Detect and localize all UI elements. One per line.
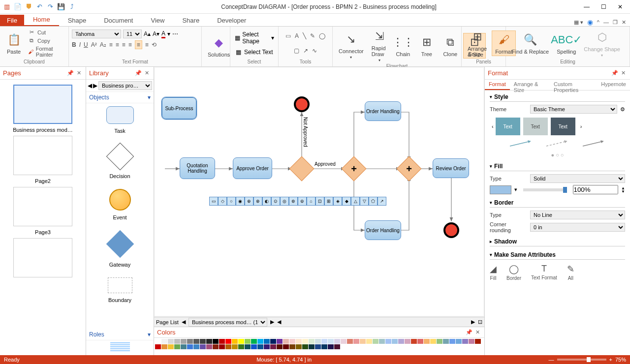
color-swatch[interactable] <box>251 339 257 344</box>
color-swatch[interactable] <box>360 339 366 344</box>
color-swatch[interactable] <box>341 339 346 344</box>
gear-icon[interactable]: ⚙ <box>620 106 625 113</box>
align-middle-button[interactable]: ≡ <box>135 40 142 49</box>
color-swatch[interactable] <box>347 339 353 344</box>
paste-button[interactable]: 📋Paste <box>3 31 25 56</box>
fit-icon[interactable]: ⊡ <box>478 319 482 325</box>
color-swatch[interactable] <box>302 339 308 344</box>
tool-rrect-icon[interactable]: ▢ <box>294 47 299 54</box>
change-shape-button[interactable]: ⬡Change Shape▾ <box>581 29 623 59</box>
page-prev-icon[interactable]: ◀ <box>182 319 186 325</box>
color-swatch[interactable] <box>283 339 289 344</box>
color-swatch[interactable] <box>251 344 257 349</box>
spelling-button[interactable]: ABC✓Spelling <box>554 31 579 56</box>
zoom-in-icon[interactable]: + <box>609 357 612 363</box>
color-swatch[interactable] <box>174 344 180 349</box>
fill-color-swatch[interactable] <box>490 185 511 194</box>
scroll-right-icon[interactable]: ▶ <box>471 319 475 325</box>
grow-font-icon[interactable]: A▴ <box>144 30 151 37</box>
color-swatch[interactable] <box>174 339 180 344</box>
pin-icon[interactable]: 📌 <box>65 70 75 76</box>
color-swatch[interactable] <box>213 339 219 344</box>
redo-icon[interactable]: ↷ <box>46 3 54 11</box>
color-swatch[interactable] <box>283 344 289 349</box>
arrange-size-button[interactable]: ⊞Arrange & Size <box>465 28 490 59</box>
color-swatch[interactable] <box>289 344 295 349</box>
same-text-button[interactable]: TText Format <box>531 264 557 281</box>
color-swatch[interactable] <box>315 339 321 344</box>
format-painter-button[interactable]: 🖌Format Painter <box>27 45 65 58</box>
fmt-tab-hypernote[interactable]: Hypernote <box>597 80 630 90</box>
color-swatch[interactable] <box>187 339 193 344</box>
node-order-handling-1[interactable]: Order Handling <box>365 101 401 121</box>
color-swatch[interactable] <box>193 339 199 344</box>
page-list-select[interactable]: Business process mod… (1/4) <box>189 318 267 327</box>
align-center-button[interactable]: ≡ <box>116 41 119 48</box>
theme-swatch-3[interactable]: Text <box>551 118 575 135</box>
solutions-button[interactable]: ◆Solutions <box>205 34 233 59</box>
node-end-1[interactable] <box>294 96 310 112</box>
color-swatch[interactable] <box>462 339 468 344</box>
theme-next-icon[interactable]: › <box>578 123 584 129</box>
lib-section-objects[interactable]: Objects▾ <box>86 92 154 103</box>
lib-item-gateway[interactable]: Gateway <box>86 227 154 274</box>
same-fill-button[interactable]: ◢Fill <box>490 264 497 281</box>
tab-view[interactable]: View <box>142 15 173 26</box>
tool-curve-icon[interactable]: ∿ <box>312 47 317 54</box>
color-swatch[interactable] <box>232 344 238 349</box>
tool-rect-icon[interactable]: ▭ <box>285 32 291 39</box>
color-swatch[interactable] <box>411 339 417 344</box>
lib-prev-icon[interactable]: ◀ <box>88 82 92 89</box>
color-swatch[interactable] <box>181 344 187 349</box>
fill-type-select[interactable]: Solid <box>530 174 625 183</box>
color-swatch[interactable] <box>475 339 481 344</box>
color-swatch[interactable] <box>270 344 276 349</box>
page-thumb-2[interactable]: Page2 <box>2 136 84 184</box>
pin-icon[interactable]: 📌 <box>133 70 143 76</box>
fmt-tab-format[interactable]: Format <box>485 80 510 90</box>
fmt-tab-custom[interactable]: Custom Properties <box>550 80 597 90</box>
help-icon[interactable]: ◉ <box>587 18 593 26</box>
same-all-button[interactable]: ✎All <box>567 264 574 281</box>
color-swatch[interactable] <box>302 344 308 349</box>
bold-button[interactable]: B <box>72 41 76 48</box>
opacity-stepper[interactable]: ▲▼ <box>621 186 625 193</box>
color-swatch[interactable] <box>334 344 340 349</box>
tab-document[interactable]: Document <box>95 15 142 26</box>
tool-ellipse-icon[interactable]: ◯ <box>319 32 325 39</box>
node-gateway-plus-2[interactable]: + <box>400 160 418 178</box>
copy-button[interactable]: ⧉Copy <box>27 37 65 44</box>
node-gateway-plus-1[interactable]: + <box>345 160 363 178</box>
lib-next-icon[interactable]: ▶ <box>93 82 97 89</box>
tab-shape[interactable]: Shape <box>59 15 95 26</box>
color-swatch[interactable] <box>181 339 187 344</box>
zoom-slider[interactable] <box>557 359 606 361</box>
color-swatch[interactable] <box>232 339 238 344</box>
align-top-button[interactable]: ≡ <box>128 41 132 48</box>
page-next-icon[interactable]: ▶ <box>270 319 274 325</box>
corner-rounding-select[interactable]: 0 in <box>530 223 625 232</box>
color-swatch[interactable] <box>321 344 327 349</box>
pin-icon[interactable]: 📌 <box>610 70 620 76</box>
superscript-button[interactable]: A² <box>91 41 97 48</box>
color-swatch[interactable] <box>200 344 206 349</box>
color-swatch[interactable] <box>398 339 404 344</box>
color-swatch[interactable] <box>206 339 212 344</box>
color-swatch[interactable] <box>443 339 449 344</box>
diagram-canvas[interactable]: Sub-Process Quotation Handling Approve O… <box>155 68 483 316</box>
close-icon[interactable]: ✕ <box>612 1 628 13</box>
fmt-tab-arrange[interactable]: Arrange & Size <box>510 80 550 90</box>
shield-icon[interactable]: ⛊ <box>25 3 32 11</box>
clone-button[interactable]: ⧉Clone <box>440 33 461 58</box>
rotate-text-button[interactable]: ⟲ <box>152 41 157 48</box>
save-icon[interactable]: 💾 <box>57 3 65 11</box>
node-quotation[interactable]: Quotation Handling <box>180 157 215 179</box>
min2-icon[interactable]: — <box>603 19 609 25</box>
color-swatch[interactable] <box>437 339 442 344</box>
node-approve[interactable]: Approve Order <box>233 157 272 179</box>
minimize-icon[interactable]: — <box>579 1 595 13</box>
tab-share[interactable]: Share <box>173 15 208 26</box>
close-panel-icon[interactable]: ✕ <box>620 70 627 76</box>
color-swatch[interactable] <box>405 339 410 344</box>
chain-button[interactable]: ⋮⋮Chain <box>392 33 414 58</box>
